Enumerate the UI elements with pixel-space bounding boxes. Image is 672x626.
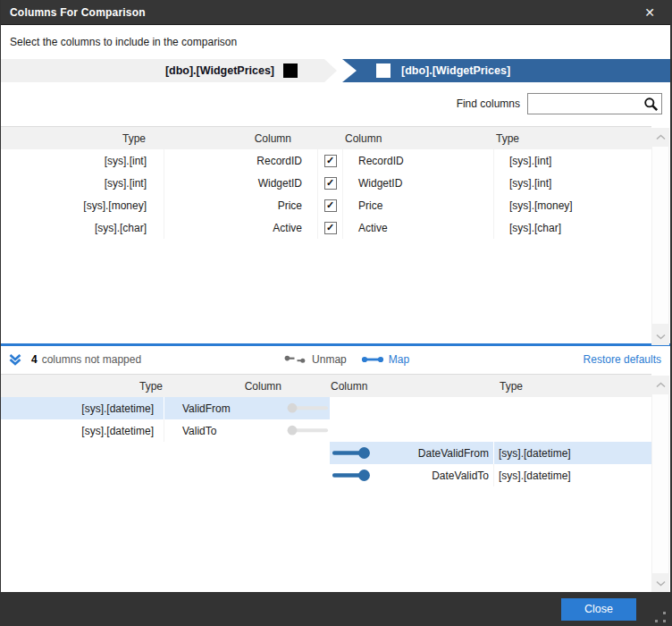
scroll-down-icon[interactable] [651,576,669,590]
mapped-grid-body: [sys].[int]RecordID✓RecordID[sys].[int][… [1,149,651,239]
cell-column-left: RecordID [164,149,318,172]
find-columns-label: Find columns [457,97,520,110]
header-type-left[interactable]: Type [1,127,164,149]
restore-defaults-link[interactable]: Restore defaults [584,353,661,366]
cell-type-left: [sys].[int] [1,172,164,194]
unmapped-grid-header: Type Column Column Type [1,375,651,397]
mapped-grid-header: Type Column Column Type [1,127,651,149]
source-swatch-icon [283,63,298,78]
source-table-banner: [dbo].[WidgetPrices] [1,59,337,82]
scroll-down-icon[interactable] [651,329,669,343]
header-column-left[interactable]: Column [164,127,318,149]
map-label: Map [389,353,409,366]
cell-column-left: ValidFrom [164,397,287,419]
target-swatch-icon [376,63,391,78]
unmapped-row: [sys].[datetime]ValidTo [1,419,651,442]
header-column-right[interactable]: Column [330,375,376,397]
mapped-slider-icon[interactable] [332,446,371,460]
cell-type-left: [sys].[datetime] [1,397,164,419]
header-checkbox-spacer [318,127,343,149]
cell-column-right: DateValidTo [376,464,494,486]
close-button[interactable]: Close [561,598,636,621]
scroll-up-icon[interactable] [651,377,669,392]
include-checkbox[interactable]: ✓ [324,222,337,234]
map-button[interactable]: Map [361,353,409,366]
cell-type-left: [sys].[int] [1,149,164,172]
cell-column-right: RecordID [343,149,494,172]
row-right-half [330,397,651,419]
target-table-banner: [dbo].[WidgetPrices] [342,59,670,82]
cell-column-left: Active [164,216,318,239]
lower-scrollbar[interactable] [651,376,669,592]
unmapped-slider-icon[interactable] [287,402,330,414]
unmapped-count: 4 [31,353,38,366]
unmap-icon [284,354,307,365]
unmapped-count-label: columns not mapped [42,353,141,366]
cell-checkbox: ✓ [318,149,343,172]
collapse-chevron-icon[interactable] [8,352,22,367]
unmap-button[interactable]: Unmap [284,353,347,366]
cell-column-right: WidgetID [343,172,494,194]
row-right-half[interactable]: DateValidTo[sys].[datetime] [330,464,651,486]
dialog-footer: Close [1,592,670,626]
target-table-name: [dbo].[WidgetPrices] [401,64,510,77]
header-gap [376,375,494,397]
unmapped-grid-body: [sys].[datetime]ValidFrom[sys].[datetime… [1,397,651,486]
cell-type-right: [sys].[int] [494,149,651,172]
dialog-content: Select the columns to include in the com… [1,25,670,592]
mapped-row[interactable]: [sys].[money]Price✓Price[sys].[money] [1,194,651,216]
header-type-right[interactable]: Type [494,375,651,397]
cell-column-left: Price [164,194,318,216]
source-table-name: [dbo].[WidgetPrices] [165,64,274,77]
mapped-row[interactable]: [sys].[char]Active✓Active[sys].[char] [1,216,651,239]
cell-type-left: [sys].[char] [1,216,164,239]
row-right-half[interactable]: DateValidFrom[sys].[datetime] [330,442,651,464]
mapped-row[interactable]: [sys].[int]RecordID✓RecordID[sys].[int] [1,149,651,172]
comparison-banner: [dbo].[WidgetPrices] [dbo].[WidgetPrices… [1,59,670,82]
cell-column-right: Price [343,194,494,216]
cell-column-left: ValidTo [164,419,287,442]
cell-checkbox: ✓ [318,216,343,239]
scrollbar-thumb[interactable] [652,394,668,573]
mapped-slider-icon[interactable] [332,469,371,482]
find-columns-row: Find columns [1,93,670,114]
row-left-half [1,464,330,486]
header-type-left[interactable]: Type [1,375,164,397]
header-column-right[interactable]: Column [343,127,494,149]
instruction-text: Select the columns to include in the com… [1,25,670,50]
cell-map-handle [330,442,376,464]
header-type-right[interactable]: Type [494,127,651,149]
unmap-label: Unmap [312,353,347,366]
include-checkbox[interactable]: ✓ [324,155,337,167]
upper-scrollbar[interactable] [651,128,669,345]
scrollbar-thumb[interactable] [652,147,668,324]
cell-type-right: [sys].[datetime] [494,442,651,464]
cell-type-left: [sys].[money] [1,194,164,216]
cell-column-right: DateValidFrom [376,442,494,464]
header-column-left[interactable]: Column [164,375,287,397]
dialog-title: Columns For Comparison [10,6,146,19]
row-left-half [1,442,330,464]
include-checkbox[interactable]: ✓ [324,199,337,212]
mapped-row[interactable]: [sys].[int]WidgetID✓WidgetID[sys].[int] [1,172,651,194]
cell-column-left: WidgetID [164,172,318,194]
row-left-half[interactable]: [sys].[datetime]ValidFrom [1,397,330,419]
cell-type-right: [sys].[char] [494,216,651,239]
include-checkbox[interactable]: ✓ [324,177,337,190]
map-icon [361,355,384,364]
unmapped-row: DateValidTo[sys].[datetime] [1,464,651,486]
cell-type-right: [sys].[int] [494,172,651,194]
find-columns-input[interactable] [531,95,642,113]
resize-grip[interactable] [655,612,666,622]
row-right-half [330,419,651,442]
columns-for-comparison-dialog: Columns For Comparison ✕ Select the colu… [0,0,672,626]
find-columns-box [527,93,662,114]
search-icon[interactable] [643,97,659,112]
cell-type-right: [sys].[datetime] [494,464,651,486]
unmapped-row: [sys].[datetime]ValidFrom [1,397,651,419]
scroll-up-icon[interactable] [651,130,669,144]
close-icon[interactable]: ✕ [638,5,661,20]
cell-map-handle [287,397,330,419]
unmapped-slider-icon[interactable] [287,425,330,436]
row-left-half[interactable]: [sys].[datetime]ValidTo [1,419,330,442]
